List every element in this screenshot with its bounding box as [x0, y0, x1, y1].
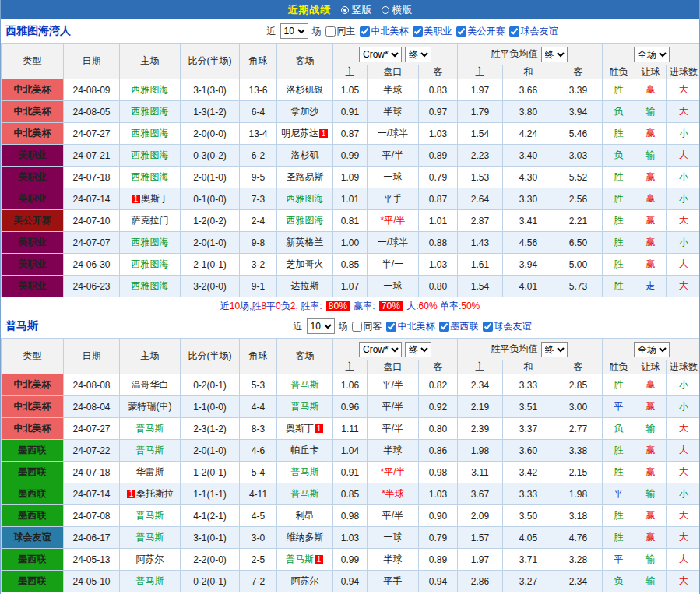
- team-link[interactable]: 阿苏尔: [291, 575, 319, 586]
- league-filter-0-box[interactable]: [360, 26, 370, 37]
- layout-option-horizontal[interactable]: 横版: [382, 3, 413, 17]
- league-badge: 美职业: [2, 254, 64, 276]
- team-link[interactable]: 圣路易斯: [287, 171, 324, 182]
- league-filter-1-box[interactable]: [413, 26, 423, 37]
- league-filter-2-box[interactable]: [483, 322, 493, 332]
- team-link[interactable]: 普马斯: [136, 575, 164, 586]
- team-link[interactable]: 拿加沙: [291, 106, 319, 117]
- score-link[interactable]: 2-3(1-2): [181, 418, 240, 440]
- score-link[interactable]: 0-2(0-1): [181, 571, 240, 592]
- score-link[interactable]: 0-3(0-2): [181, 145, 240, 167]
- same-venue-checkbox[interactable]: 同客: [352, 320, 382, 333]
- team-link[interactable]: 普马斯: [291, 488, 319, 499]
- summary-segment: 大:: [404, 300, 419, 313]
- team-link[interactable]: 普马斯: [136, 423, 164, 434]
- score-link[interactable]: 2-0(0-0): [181, 123, 240, 145]
- league-filter-1-box[interactable]: [439, 322, 449, 332]
- team-link[interactable]: 温哥华白: [132, 379, 169, 390]
- radio-selected-icon[interactable]: [341, 6, 349, 14]
- europe-time-select[interactable]: 终: [541, 47, 568, 62]
- score-link[interactable]: 3-1(0-1): [181, 527, 240, 549]
- team-link[interactable]: 西雅图海: [287, 193, 324, 204]
- team-link[interactable]: 普马斯: [136, 510, 164, 521]
- team-link[interactable]: 西雅图海: [132, 106, 169, 117]
- same-venue-checkbox[interactable]: 同主: [325, 25, 356, 38]
- team-link[interactable]: 西雅图海: [132, 84, 169, 95]
- score-link[interactable]: 3-2(0-0): [181, 276, 240, 297]
- team-link[interactable]: 西雅图海: [132, 280, 169, 291]
- score-link[interactable]: 2-2(0-0): [181, 549, 240, 571]
- team-link[interactable]: 普马斯: [286, 554, 314, 564]
- score-link[interactable]: 0-1(0-0): [181, 188, 240, 210]
- league-filter-0-box[interactable]: [386, 322, 396, 332]
- league-filter-2[interactable]: 美公开赛: [456, 25, 505, 38]
- team-link[interactable]: 达拉斯: [291, 280, 319, 291]
- results-table: 类型日期主场比分(半场)角球客场Crow*终胜平负均值终全场主盘口客主和客胜负让…: [1, 43, 700, 297]
- recent-count-select[interactable]: 10: [307, 318, 335, 334]
- same-venue-checkbox-box[interactable]: [325, 26, 336, 37]
- team-link[interactable]: 新英格兰: [287, 237, 324, 248]
- league-filter-1[interactable]: 墨西联: [439, 320, 479, 333]
- team-link[interactable]: 桑托斯拉: [136, 488, 174, 499]
- layout-option-vertical[interactable]: 竖版: [341, 3, 372, 17]
- asian-time-select[interactable]: 终: [405, 47, 431, 62]
- league-filter-0[interactable]: 中北美杯: [360, 25, 409, 38]
- asian-time-select[interactable]: 终: [405, 342, 431, 357]
- europe-time-select[interactable]: 终: [541, 342, 568, 357]
- europe-home-odds: 1.57: [458, 527, 503, 549]
- team-link[interactable]: 普马斯: [291, 466, 319, 477]
- league-filter-2[interactable]: 球会友谊: [483, 320, 532, 333]
- team-link[interactable]: 华雷斯: [136, 466, 164, 477]
- score-link[interactable]: 0-2(0-1): [181, 374, 240, 396]
- team-link[interactable]: 阿苏尔: [136, 554, 164, 564]
- handicap-line: 平/半: [368, 418, 419, 440]
- league-filter-0[interactable]: 中北美杯: [386, 320, 435, 333]
- team-link[interactable]: 萨克拉门: [132, 215, 169, 226]
- same-venue-checkbox-box[interactable]: [352, 322, 362, 332]
- team-link[interactable]: 西雅图海: [132, 128, 169, 139]
- league-filter-1[interactable]: 美职业: [413, 25, 452, 38]
- team-link[interactable]: 西雅图海: [287, 215, 324, 226]
- team-link[interactable]: 维纳多斯: [287, 532, 324, 543]
- away-team-cell: 西雅图海: [277, 188, 333, 210]
- team-link[interactable]: 西雅图海: [132, 258, 169, 269]
- league-filter-3[interactable]: 球会友谊: [509, 25, 558, 38]
- radio-unselected-icon[interactable]: [382, 6, 389, 14]
- league-filter-3-box[interactable]: [509, 26, 519, 37]
- team-link[interactable]: 奥斯丁: [286, 423, 314, 434]
- team-link[interactable]: 西雅图海: [132, 237, 169, 248]
- team-link[interactable]: 芝加哥火: [287, 258, 324, 269]
- score-link[interactable]: 2-0(1-0): [181, 440, 240, 462]
- scope-select[interactable]: 全场: [634, 47, 670, 62]
- score-link[interactable]: 1-2(0-1): [181, 462, 240, 483]
- team-link[interactable]: 普马斯: [291, 379, 319, 390]
- result-outcome: 胜: [603, 505, 635, 527]
- team-link[interactable]: 普马斯: [136, 445, 164, 455]
- score-link[interactable]: 2-0(1-0): [181, 232, 240, 254]
- team-link[interactable]: 帕丘卡: [291, 445, 319, 455]
- summary-row: 近10场,胜8平0负2, 胜率: 80% 赢率: 70% 大:60% 单率:50…: [1, 297, 699, 315]
- score-link[interactable]: 1-1(0-0): [181, 396, 240, 418]
- team-link[interactable]: 明尼苏达: [281, 128, 318, 139]
- team-link[interactable]: 蒙特瑞(中): [128, 401, 172, 412]
- score-link[interactable]: 2-0(1-0): [181, 167, 240, 188]
- team-link[interactable]: 奥斯丁: [141, 193, 169, 204]
- bookmaker-select[interactable]: Crow*: [359, 342, 402, 357]
- league-filter-2-box[interactable]: [456, 26, 466, 37]
- recent-count-select[interactable]: 10: [280, 23, 308, 39]
- scope-select[interactable]: 全场: [634, 342, 670, 357]
- team-link[interactable]: 洛杉矶: [291, 149, 319, 160]
- score-link[interactable]: 3-1(3-0): [181, 79, 240, 101]
- score-link[interactable]: 4-1(2-1): [181, 505, 240, 527]
- score-link[interactable]: 2-1(0-1): [181, 254, 240, 276]
- score-link[interactable]: 1-3(1-2): [181, 101, 240, 123]
- score-link[interactable]: 1-2(0-2): [181, 210, 240, 232]
- team-link[interactable]: 利昂: [296, 510, 315, 521]
- team-link[interactable]: 西雅图海: [132, 149, 169, 160]
- score-link[interactable]: 1-1(1-1): [181, 483, 240, 505]
- team-link[interactable]: 普马斯: [136, 532, 164, 543]
- team-link[interactable]: 普马斯: [291, 401, 319, 412]
- bookmaker-select[interactable]: Crow*: [359, 47, 402, 62]
- team-link[interactable]: 西雅图海: [132, 171, 169, 182]
- team-link[interactable]: 洛杉矶银: [287, 84, 324, 95]
